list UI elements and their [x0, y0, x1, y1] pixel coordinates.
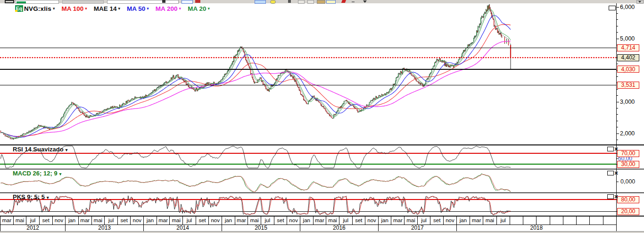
- current-price-label: 4,402: [617, 54, 639, 61]
- x-axis-months-row: marmaijulsetnovjanmarmaijulsetnovjanmarm…: [0, 216, 617, 225]
- month-cell: set: [118, 216, 131, 225]
- year-cell: 2013: [66, 225, 144, 231]
- panel-maximize-button[interactable]: [607, 171, 614, 175]
- month-cell: jan: [379, 216, 392, 225]
- chevron-down-icon[interactable]: ▾: [85, 6, 87, 11]
- x-axis-years-row: 2012201320142015201620172018: [0, 225, 617, 231]
- month-cell: nov: [444, 216, 457, 225]
- month-cell: [523, 216, 537, 225]
- chart-canvas[interactable]: [0, 0, 644, 233]
- legend-item-ma-200[interactable]: MA 200: [156, 5, 178, 12]
- chart-legend: Eq NVG:xlis ▾ MA 100▾MAE 14▾MA 50▾MA 200…: [15, 5, 216, 12]
- month-cell: nov: [53, 216, 66, 225]
- chevron-down-icon[interactable]: ▾: [118, 6, 121, 11]
- month-cell: mai: [483, 216, 496, 225]
- chevron-down-icon[interactable]: ▾: [179, 6, 182, 11]
- panel-maximize-button[interactable]: [607, 147, 614, 151]
- price-alert-label: 4,714: [617, 44, 639, 51]
- month-cell: set: [353, 216, 366, 225]
- legend-item-ma-20[interactable]: MA 20: [188, 5, 206, 12]
- symbol-label[interactable]: NVG:xlis: [24, 5, 51, 12]
- month-cell: jan: [457, 216, 470, 225]
- panel-maximize-button[interactable]: [607, 194, 614, 199]
- month-cell: mai: [92, 216, 105, 225]
- month-cell: mar: [157, 216, 170, 225]
- month-cell: [550, 216, 563, 225]
- year-cell: 2017: [379, 225, 457, 231]
- pks-panel-label[interactable]: PKS 9; 5; 5▾: [13, 193, 49, 200]
- month-cell: mar: [314, 216, 327, 225]
- month-cell: mar: [392, 216, 405, 225]
- month-cell: [590, 216, 603, 225]
- year-cell: 2015: [222, 225, 300, 231]
- month-cell: jul: [26, 216, 40, 225]
- month-cell: set: [274, 216, 288, 225]
- chevron-down-icon[interactable]: ▾: [59, 172, 62, 176]
- price-axis-label: 2,000: [620, 130, 635, 137]
- chevron-down-icon[interactable]: ▾: [66, 148, 68, 152]
- month-cell: mai: [405, 216, 418, 225]
- macd-panel-label[interactable]: MACD 26; 12; 9▾: [13, 170, 61, 177]
- charting-application-window: Eq NVG:xlis ▾ MA 100▾MAE 14▾MA 50▾MA 200…: [0, 0, 644, 233]
- month-cell: jul: [261, 216, 274, 225]
- mini-chart-icon: [15, 10, 17, 12]
- month-cell: mai: [14, 216, 27, 225]
- equity-type-badge: Eq: [15, 5, 23, 12]
- panel-close-button[interactable]: ✕: [613, 146, 619, 152]
- month-cell: [603, 216, 617, 225]
- year-cell: 2018: [457, 225, 617, 231]
- indicator-level-label: 30,00: [617, 161, 639, 168]
- legend-item-ma-100[interactable]: MA 100: [61, 5, 83, 12]
- month-cell: jan: [144, 216, 157, 225]
- chevron-down-icon[interactable]: ▾: [47, 195, 49, 200]
- price-axis-label: 5,000: [620, 35, 635, 42]
- chevron-down-icon[interactable]: ▾: [147, 6, 149, 11]
- month-cell: jul: [339, 216, 353, 225]
- chevron-down-icon[interactable]: ▾: [207, 6, 210, 11]
- year-cell: 2016: [300, 225, 379, 231]
- legend-item-mae-14[interactable]: MAE 14: [94, 5, 117, 12]
- price-alert-label: 3,531: [617, 82, 639, 89]
- indicator-level-label: 80,00: [617, 196, 639, 203]
- year-cell: 2014: [144, 225, 222, 231]
- month-cell: nov: [365, 216, 379, 225]
- month-cell: nov: [209, 216, 222, 225]
- month-cell: mar: [235, 216, 248, 225]
- month-cell: mar: [0, 216, 14, 225]
- month-cell: mai: [170, 216, 183, 225]
- macd-zero-label: 0,000: [620, 178, 635, 185]
- month-cell: set: [196, 216, 209, 225]
- month-cell: [510, 216, 523, 225]
- panel-close-button[interactable]: ✕: [613, 170, 619, 176]
- month-cell: [577, 216, 590, 225]
- month-cell: jan: [66, 216, 79, 225]
- month-cell: nov: [287, 216, 300, 225]
- price-axis-label: 3,000: [620, 99, 635, 105]
- price-alert-label: 4,030: [617, 66, 639, 73]
- legend-item-ma-50[interactable]: MA 50: [127, 5, 145, 12]
- month-cell: nov: [131, 216, 144, 225]
- month-cell: jan: [222, 216, 235, 225]
- month-cell: mar: [79, 216, 92, 225]
- month-cell: mai: [248, 216, 261, 225]
- month-cell: mai: [326, 216, 339, 225]
- month-cell: set: [40, 216, 53, 225]
- rsi-panel-label[interactable]: RSI 14 Suavizado▾: [13, 146, 67, 153]
- month-cell: jul: [105, 216, 118, 225]
- month-cell: jan: [300, 216, 314, 225]
- month-cell: set: [430, 216, 444, 225]
- month-cell: jul: [418, 216, 431, 225]
- panel-close-button[interactable]: ✕: [613, 194, 619, 200]
- month-cell: [537, 216, 550, 225]
- month-cell: [563, 216, 577, 225]
- month-cell: jul: [183, 216, 196, 225]
- indicator-level-label: 20,00: [617, 208, 639, 215]
- chevron-down-icon[interactable]: ▾: [53, 6, 55, 11]
- month-cell: mar: [470, 216, 483, 225]
- indicator-level-label: 70,00: [617, 150, 639, 157]
- main-chart-maximize-button[interactable]: [609, 6, 616, 10]
- year-cell: 2012: [0, 225, 66, 231]
- price-axis-label: 6,000: [620, 4, 635, 10]
- month-cell: jul: [497, 216, 510, 225]
